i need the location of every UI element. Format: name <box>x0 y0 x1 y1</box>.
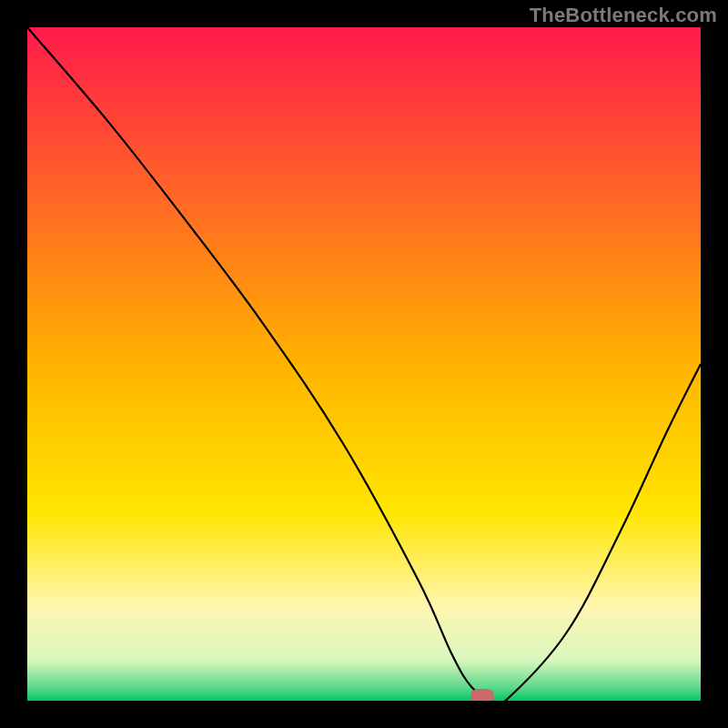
watermark-label: TheBottleneck.com <box>530 4 717 27</box>
optimal-marker <box>470 689 494 701</box>
plot-area <box>27 27 701 701</box>
bottleneck-curve <box>27 27 701 701</box>
chart-frame: TheBottleneck.com <box>0 0 728 728</box>
